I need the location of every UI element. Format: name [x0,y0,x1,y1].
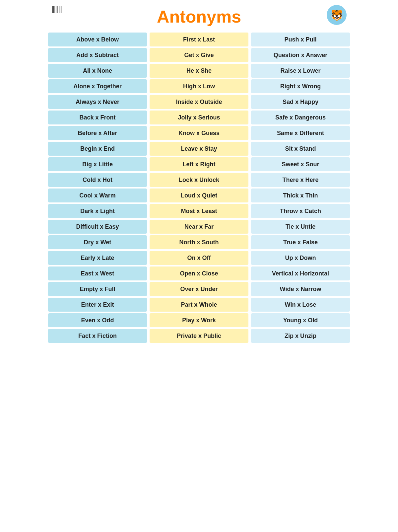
antonym-pair: Sweet x Sour [251,157,350,171]
antonym-pair: Sit x Stand [251,142,350,156]
header: ||||| || Antonyms 🐯 [48,3,350,33]
antonym-pair: Inside x Outside [150,95,248,109]
antonym-pair: Add x Subtract [48,48,147,62]
antonym-pair: Cool x Warm [48,189,147,202]
antonym-pair: Fact x Fiction [48,329,147,343]
antonym-pair: Most x Least [150,204,248,218]
antonym-pair: Difficult x Easy [48,220,147,234]
page-title: Antonyms [157,7,241,27]
antonym-pair: Raise x Lower [251,64,350,78]
antonym-pair: Above x Below [48,33,147,46]
barcode: ||||| || [51,5,61,14]
antonym-pair: Tie x Untie [251,220,350,234]
antonym-pair: Dry x Wet [48,235,147,249]
antonym-pair: Up x Down [251,251,350,265]
antonym-pair: Zip x Unzip [251,329,350,343]
antonym-pair: Private x Public [150,329,248,343]
antonym-pair: Even x Odd [48,313,147,327]
antonym-pair: There x Here [251,173,350,187]
antonym-pair: First x Last [150,33,248,46]
antonym-pair: Wide x Narrow [251,282,350,296]
antonym-pair: Right x Wrong [251,79,350,93]
antonym-pair: Alone x Together [48,79,147,93]
antonym-pair: Near x Far [150,220,248,234]
antonym-pair: Dark x Light [48,204,147,218]
antonym-pair: Lock x Unlock [150,173,248,187]
antonym-pair: Same x Different [251,126,350,140]
antonym-pair: Over x Under [150,282,248,296]
antonym-pair: He x She [150,64,248,78]
column-1: Above x BelowAdd x SubtractAll x NoneAlo… [48,33,147,343]
antonym-pair: True x False [251,235,350,249]
antonym-pair: Cold x Hot [48,173,147,187]
antonym-pair: Left x Right [150,157,248,171]
antonym-pair: Enter x Exit [48,298,147,312]
antonym-pair: Loud x Quiet [150,189,248,202]
antonym-pair: Before x After [48,126,147,140]
antonym-pair: Young x Old [251,313,350,327]
antonym-pair: High x Low [150,79,248,93]
antonym-pair: Safe x Dangerous [251,111,350,124]
antonym-pair: Throw x Catch [251,204,350,218]
antonym-pair: Get x Give [150,48,248,62]
antonym-pair: Play x Work [150,313,248,327]
antonym-pair: Begin x End [48,142,147,156]
antonym-pair: Know x Guess [150,126,248,140]
antonym-pair: Leave x Stay [150,142,248,156]
antonym-pair: Thick x Thin [251,189,350,202]
antonym-pair: Early x Late [48,251,147,265]
column-2: First x LastGet x GiveHe x SheHigh x Low… [150,33,248,343]
antonym-pair: Win x Lose [251,298,350,312]
antonym-pair: Open x Close [150,266,248,280]
antonym-pair: Vertical x Horizontal [251,266,350,280]
antonym-pair: East x West [48,266,147,280]
antonym-pair: Part x Whole [150,298,248,312]
antonym-pair: On x Off [150,251,248,265]
antonyms-columns: Above x BelowAdd x SubtractAll x NoneAlo… [48,33,350,343]
antonym-pair: Jolly x Serious [150,111,248,124]
antonym-pair: Push x Pull [251,33,350,46]
column-3: Push x PullQuestion x AnswerRaise x Lowe… [251,33,350,343]
antonym-pair: Big x Little [48,157,147,171]
antonym-pair: Sad x Happy [251,95,350,109]
antonym-pair: Back x Front [48,111,147,124]
tiger-icon: 🐯 [327,5,347,25]
page-container: ||||| || Antonyms 🐯 Above x BelowAdd x S… [48,3,350,343]
antonym-pair: Empty x Full [48,282,147,296]
antonym-pair: Always x Never [48,95,147,109]
antonym-pair: Question x Answer [251,48,350,62]
antonym-pair: North x South [150,235,248,249]
antonym-pair: All x None [48,64,147,78]
